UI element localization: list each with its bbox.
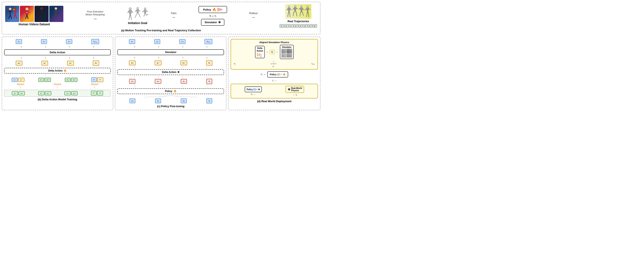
seq-s0r: s₀ʳ [280,24,284,28]
real-physics-group: ⚛ Real-World Physics ← st [286,86,304,96]
human-videos-label: Human Videos Dataset [19,23,50,26]
policy-box-c: Policy 🔥 [117,88,224,94]
svg-line-76 [288,14,288,17]
robot-fig-3 [142,7,148,21]
svg-point-35 [129,8,132,10]
svg-rect-95 [306,8,309,11]
action-a0p-c: a₀' [129,61,136,65]
svg-point-0 [9,8,12,10]
policy-label-d: Policy [270,73,276,76]
svg-point-63 [221,9,222,10]
svg-rect-87 [300,8,302,10]
policy-box-a: Policy 🔥 [198,6,227,13]
gt-s0r-b: s₀ʳ [12,91,18,95]
svg-rect-52 [144,10,146,13]
svg-point-78 [294,5,296,7]
st-feedback-d: st → [230,79,318,82]
real-trajectories-group: Real Trajectories s₀ʳ a₀ʳ s₁ʳ a₁ʳ s₂ʳ a₂… [280,4,317,28]
seq-a2r: a₂ʳ [303,24,308,28]
svg-rect-71 [288,8,290,11]
fire-icon-c: 🔥 [174,90,176,93]
action-a1p-c: a₁' [155,61,161,65]
svg-rect-36 [129,10,132,14]
robot-fig-1 [127,7,134,21]
svg-line-16 [23,12,26,13]
policy-simulator-group: Policy 🔥 [198,6,227,26]
traj-fig-2 [292,5,298,18]
svg-point-70 [288,6,290,8]
svg-line-55 [144,13,145,16]
svg-point-107 [257,54,258,55]
seq-a0r: a₀ʳ [284,24,288,28]
svg-line-53 [142,11,144,12]
state-s2-c2: s₂ [181,98,187,103]
main-container: M [0,0,322,112]
policy-real-box: Policy ❄ [245,86,262,92]
svg-point-28 [55,7,57,10]
svg-line-12 [15,14,17,19]
policy-nn-icon [217,8,222,12]
seq-a3r: a₃ʳ [312,24,317,28]
atom-icon-d: ⚛ [288,88,290,91]
input-st-b: st [91,77,97,82]
fire-icon-b: 🔥 [64,69,67,72]
svg-line-81 [296,8,298,9]
svg-line-32 [54,14,56,18]
svg-point-7 [14,8,16,10]
policy-real-label: Policy [247,88,253,91]
train-label: Train [170,12,176,15]
train-arrow: Train → [170,12,176,20]
simulator-box-b: Delta Action [4,49,111,55]
seq-a1r: a₁ʳ [294,24,298,28]
section-d-label: (d) Real World Deployment [230,100,318,103]
input-a0r-b: a₀ʳ [18,78,24,82]
photo-basketball [5,6,19,22]
delta-action-label-d2: Action [257,50,263,52]
pose-label-1: Pose Estimation [87,10,103,13]
delta-nn-icon: ❄ [257,53,263,57]
svg-text:❄: ❄ [260,56,262,57]
gt-s2r-b: s₂ʳ [64,91,71,95]
rollout-label: Rollout [249,12,258,15]
svg-line-82 [294,10,295,13]
st-label-a: st [214,14,216,18]
svg-line-100 [306,14,307,17]
aligned-sim-box: Aligned Simulation Physics Delta Action [230,39,318,70]
atom-icon-a: ⚛ [218,20,221,24]
delta-action-box-b: Delta Action 🔥 [4,68,111,74]
svg-line-99 [308,11,308,14]
policy-nn-d [278,73,282,76]
svg-line-46 [139,10,140,11]
svg-line-50 [139,15,140,18]
gt-a2r-b: a₂ʳ [71,91,78,95]
svg-point-60 [218,10,218,11]
action-atp-c: at' [206,60,212,66]
snowflake-d: ❄ [258,88,260,91]
section-a-label: (a) Motion Tracking Pre-training and Rea… [5,29,317,32]
svg-point-122 [255,89,256,89]
svg-point-120 [254,89,254,90]
simulator-sub-box-d: Simulator [280,45,294,59]
svg-rect-79 [294,7,296,10]
state-st1-c: st+1 [204,39,212,44]
svg-line-97 [309,9,310,10]
action-a2p-b: a₂' [67,61,74,66]
update-label-d: Update [270,63,276,65]
state-s3-c: s₃ [179,39,186,44]
svg-line-92 [302,10,303,13]
svg-line-48 [135,15,136,18]
svg-line-88 [299,9,300,9]
robot-fig-2 [134,7,141,21]
input-s2-b: s₂ [65,78,71,82]
svg-line-6 [10,15,12,19]
svg-line-80 [293,8,294,10]
real-world-label-2: Physics [291,89,302,92]
action-a0p-b: a₀' [16,61,22,66]
svg-line-83 [293,13,294,16]
svg-point-123 [255,89,256,90]
svg-line-85 [296,13,297,16]
imitation-label: Imitation Goal [128,21,147,25]
simulator-box-a: Simulator ⚛ [201,19,224,26]
svg-point-115 [278,75,278,76]
svg-line-73 [290,9,292,10]
